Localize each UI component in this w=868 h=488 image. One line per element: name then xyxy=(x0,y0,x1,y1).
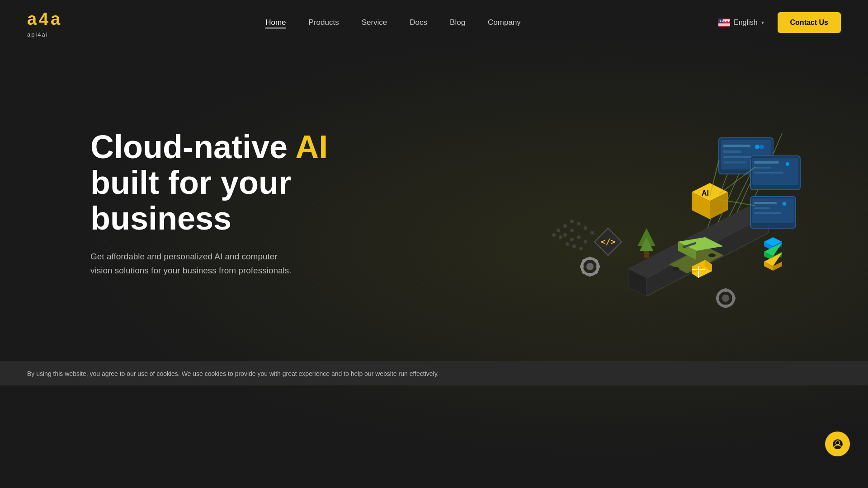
svg-rect-60 xyxy=(644,251,649,258)
svg-text:a: a xyxy=(27,9,37,28)
svg-rect-105 xyxy=(754,207,770,209)
svg-rect-78 xyxy=(724,288,727,292)
svg-text:</>: </> xyxy=(601,237,616,246)
contact-us-button[interactable]: Contact Us xyxy=(778,12,841,33)
svg-point-32 xyxy=(559,235,562,239)
svg-rect-79 xyxy=(724,305,727,308)
chat-button[interactable] xyxy=(825,432,850,456)
cookie-text: By using this website, you agree to our … xyxy=(27,370,439,377)
svg-point-121 xyxy=(835,441,840,445)
hero-illustration: </> AI xyxy=(497,79,814,328)
svg-rect-91 xyxy=(723,150,741,153)
svg-text:AI: AI xyxy=(702,189,709,197)
svg-point-57 xyxy=(708,253,716,257)
nav-link-service[interactable]: Service xyxy=(362,18,387,27)
svg-rect-69 xyxy=(589,273,591,277)
svg-point-101 xyxy=(786,162,789,166)
svg-point-19 xyxy=(584,226,587,230)
logo-text: api4ai xyxy=(27,31,48,38)
hero-svg: </> AI xyxy=(497,79,814,332)
nav-link-products[interactable]: Products xyxy=(309,18,339,27)
hero-text: Cloud-native AI built for yourbusiness G… xyxy=(90,129,328,277)
svg-rect-93 xyxy=(723,161,746,164)
nav-item-home[interactable]: Home xyxy=(265,18,286,27)
svg-point-18 xyxy=(577,222,580,225)
svg-rect-106 xyxy=(754,212,781,214)
language-selector[interactable]: ★★★★★★ English ▾ xyxy=(718,19,764,27)
svg-point-25 xyxy=(563,233,567,237)
svg-point-94 xyxy=(755,145,760,149)
cookie-banner: By using this website, you agree to our … xyxy=(0,361,868,385)
nav-item-service[interactable]: Service xyxy=(362,18,387,27)
hero-description: Get affordable and personalized AI and c… xyxy=(90,250,298,277)
chat-icon xyxy=(832,438,844,450)
svg-point-24 xyxy=(570,238,574,241)
svg-point-28 xyxy=(579,247,583,250)
svg-point-67 xyxy=(586,263,594,270)
svg-point-22 xyxy=(577,235,580,239)
svg-rect-80 xyxy=(716,297,719,300)
nav-item-docs[interactable]: Docs xyxy=(410,18,427,27)
svg-point-95 xyxy=(760,145,764,149)
svg-rect-70 xyxy=(580,265,584,268)
logo[interactable]: a 4 a api4ai xyxy=(27,7,68,38)
svg-point-107 xyxy=(783,202,786,206)
svg-point-30 xyxy=(563,224,567,228)
svg-text:4: 4 xyxy=(39,9,48,28)
svg-rect-71 xyxy=(596,265,600,268)
svg-point-20 xyxy=(590,231,594,235)
svg-rect-90 xyxy=(723,145,750,147)
svg-point-33 xyxy=(552,233,556,237)
svg-rect-10 xyxy=(718,23,730,23)
nav-item-products[interactable]: Products xyxy=(309,18,339,27)
svg-point-77 xyxy=(722,295,729,302)
svg-rect-14 xyxy=(718,25,730,26)
svg-point-26 xyxy=(566,242,569,246)
hero-section: Cloud-native AI built for yourbusiness G… xyxy=(0,45,868,361)
nav-item-company[interactable]: Company xyxy=(488,18,521,27)
nav-links: Home Products Service Docs Blog Company xyxy=(265,18,521,27)
language-label: English xyxy=(734,19,757,27)
chevron-down-icon: ▾ xyxy=(761,19,764,26)
nav-link-docs[interactable]: Docs xyxy=(410,18,427,27)
svg-rect-98 xyxy=(754,161,779,164)
svg-point-23 xyxy=(584,240,587,244)
hero-title-part1: Cloud-native xyxy=(90,129,295,165)
navbar: a 4 a api4ai Home Products Service Docs … xyxy=(0,0,868,45)
svg-point-31 xyxy=(557,229,560,232)
svg-text:a: a xyxy=(51,9,61,28)
flag-icon: ★★★★★★ xyxy=(718,19,730,27)
svg-point-56 xyxy=(672,267,679,271)
svg-text:★★★★★★: ★★★★★★ xyxy=(719,19,730,23)
svg-point-27 xyxy=(572,244,576,248)
svg-point-21 xyxy=(570,229,574,232)
svg-rect-81 xyxy=(732,297,736,300)
nav-link-company[interactable]: Company xyxy=(488,18,521,27)
hero-title-highlight: AI xyxy=(295,129,328,165)
svg-rect-68 xyxy=(589,257,591,260)
svg-rect-15 xyxy=(718,26,730,27)
svg-rect-99 xyxy=(754,167,771,169)
svg-rect-104 xyxy=(754,202,777,204)
hero-title-part2: built for yourbusiness xyxy=(90,164,291,236)
svg-point-29 xyxy=(570,220,574,223)
svg-rect-11 xyxy=(718,23,730,24)
nav-link-blog[interactable]: Blog xyxy=(450,18,465,27)
nav-link-home[interactable]: Home xyxy=(265,18,286,28)
nav-item-blog[interactable]: Blog xyxy=(450,18,465,27)
svg-rect-13 xyxy=(718,25,730,25)
svg-rect-12 xyxy=(718,24,730,24)
nav-right: ★★★★★★ English ▾ Contact Us xyxy=(718,12,841,33)
svg-rect-100 xyxy=(754,172,783,174)
hero-title: Cloud-native AI built for yourbusiness xyxy=(90,129,328,237)
